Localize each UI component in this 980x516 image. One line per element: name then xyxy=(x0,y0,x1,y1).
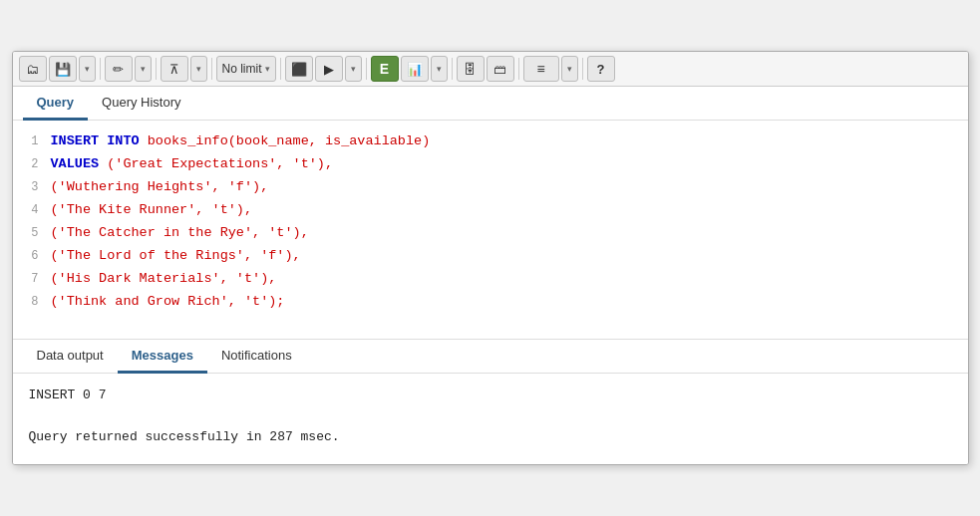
view1-button[interactable]: 🗄 xyxy=(457,56,485,82)
code-line-8: 8 ('Think and Grow Rich', 't'); xyxy=(13,291,968,314)
line-num-1: 1 xyxy=(13,131,51,151)
play-dropdown[interactable]: ▾ xyxy=(345,56,362,82)
open-folder-button[interactable]: 🗂 xyxy=(19,56,47,82)
line-num-3: 3 xyxy=(13,177,51,197)
save-dropdown[interactable]: ▾ xyxy=(79,56,96,82)
tab-query[interactable]: Query xyxy=(23,87,89,121)
separator-4 xyxy=(280,58,281,80)
separator-5 xyxy=(366,58,367,80)
line-num-2: 2 xyxy=(13,154,51,174)
list-dropdown[interactable]: ▾ xyxy=(561,56,578,82)
code-content-6: ('The Lord of the Rings', 'f'), xyxy=(51,245,301,268)
main-window: 🗂 💾 ▾ ✏ ▾ ⊼ ▾ No limit ▾ ⬛ ▶ ▾ E 📊 ▾ xyxy=(12,51,969,465)
code-content-7: ('His Dark Materials', 't'), xyxy=(51,268,277,291)
separator-1 xyxy=(100,58,101,80)
tab-query-history[interactable]: Query History xyxy=(88,87,194,121)
code-content-2: VALUES ('Great Expectations', 't'), xyxy=(51,153,334,176)
toolbar: 🗂 💾 ▾ ✏ ▾ ⊼ ▾ No limit ▾ ⬛ ▶ ▾ E 📊 ▾ xyxy=(13,52,968,87)
edit-dropdown[interactable]: ▾ xyxy=(135,56,152,82)
code-line-7: 7 ('His Dark Materials', 't'), xyxy=(13,268,968,291)
code-line-6: 6 ('The Lord of the Rings', 'f'), xyxy=(13,245,968,268)
kw-insert: INSERT INTO xyxy=(51,133,148,148)
kw-values: VALUES xyxy=(51,156,108,171)
separator-7 xyxy=(518,58,519,80)
help-button[interactable]: ? xyxy=(587,56,615,82)
list-button[interactable]: ≡ xyxy=(523,56,559,82)
code-content-8: ('Think and Grow Rich', 't'); xyxy=(51,291,285,314)
line-num-8: 8 xyxy=(13,292,51,312)
chart-dropdown[interactable]: ▾ xyxy=(431,56,448,82)
tab-notifications[interactable]: Notifications xyxy=(207,340,306,374)
output-tabs-bar: Data output Messages Notifications xyxy=(13,340,968,374)
code-content-3: ('Wuthering Heights', 'f'), xyxy=(51,176,269,199)
tab-data-output[interactable]: Data output xyxy=(23,340,118,374)
separator-8 xyxy=(582,58,583,80)
code-editor[interactable]: 1 INSERT INTO books_info(book_name, is_a… xyxy=(13,121,968,340)
output-line-2 xyxy=(29,408,952,423)
chart-button[interactable]: 📊 xyxy=(401,56,429,82)
filter-dropdown[interactable]: ▾ xyxy=(190,56,207,82)
code-content-5: ('The Catcher in the Rye', 't'), xyxy=(51,222,309,245)
code-line-5: 5 ('The Catcher in the Rye', 't'), xyxy=(13,222,968,245)
code-content-1: INSERT INTO books_info(book_name, is_ava… xyxy=(51,130,431,153)
limit-dropdown[interactable]: No limit ▾ xyxy=(216,56,276,82)
view2-button[interactable]: 🗃 xyxy=(487,56,514,82)
code-line-3: 3 ('Wuthering Heights', 'f'), xyxy=(13,176,968,199)
edit-button[interactable]: ✏ xyxy=(105,56,133,82)
output-line-1: INSERT 0 7 xyxy=(29,387,952,402)
play-button[interactable]: ▶ xyxy=(315,56,343,82)
code-books-info: books_info(book_name, is_available) xyxy=(148,133,431,148)
separator-2 xyxy=(156,58,157,80)
explain-button[interactable]: E xyxy=(371,56,399,82)
separator-3 xyxy=(211,58,212,80)
code-line-4: 4 ('The Kite Runner', 't'), xyxy=(13,199,968,222)
output-content: INSERT 0 7 Query returned successfully i… xyxy=(13,374,968,464)
line-num-4: 4 xyxy=(13,200,51,220)
limit-label: No limit xyxy=(222,62,262,76)
code-content-4: ('The Kite Runner', 't'), xyxy=(51,199,253,222)
output-line-3: Query returned successfully in 287 msec. xyxy=(29,429,952,444)
stop-button[interactable]: ⬛ xyxy=(285,56,313,82)
limit-dropdown-arrow: ▾ xyxy=(265,64,270,74)
filter-button[interactable]: ⊼ xyxy=(161,56,188,82)
code-line-2: 2 VALUES ('Great Expectations', 't'), xyxy=(13,153,968,176)
separator-6 xyxy=(452,58,453,80)
line-num-6: 6 xyxy=(13,246,51,266)
line-num-7: 7 xyxy=(13,269,51,289)
code-line-1: 1 INSERT INTO books_info(book_name, is_a… xyxy=(13,130,968,153)
query-tabs-bar: Query Query History xyxy=(13,87,968,121)
save-button[interactable]: 💾 xyxy=(49,56,77,82)
line-num-5: 5 xyxy=(13,223,51,243)
tab-messages[interactable]: Messages xyxy=(118,340,207,374)
code-val-2: ('Great Expectations', 't'), xyxy=(107,156,333,171)
